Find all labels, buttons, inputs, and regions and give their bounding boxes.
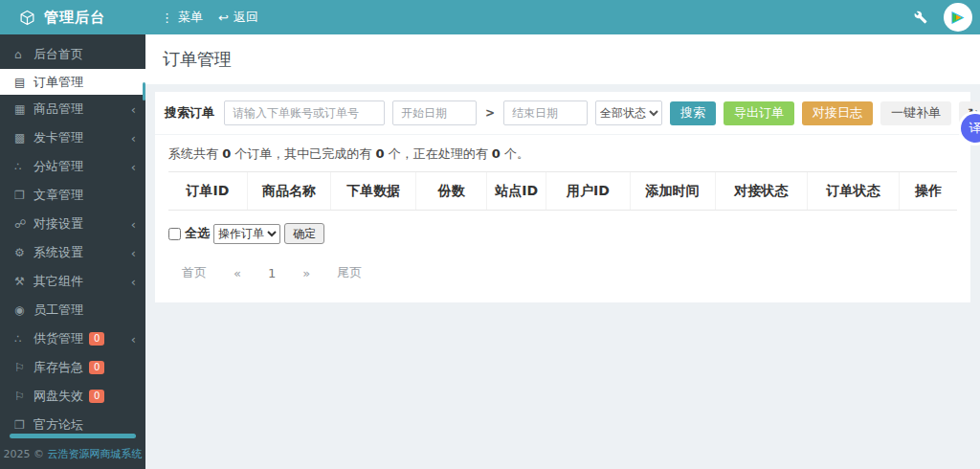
brand[interactable]: 管理后台 bbox=[0, 9, 145, 27]
col-order-id: 订单ID bbox=[168, 172, 247, 211]
chevron-left-icon: ‹ bbox=[131, 102, 136, 117]
page-header: 订单管理 bbox=[145, 34, 980, 84]
orders-table: 订单ID 商品名称 下单数据 份数 站点ID 用户ID 添加时间 对接状态 订单… bbox=[168, 171, 957, 211]
wrench-icon[interactable] bbox=[913, 10, 928, 25]
chevron-left-icon: ‹ bbox=[131, 131, 136, 145]
col-user-id: 用户ID bbox=[546, 172, 630, 211]
date-separator: > bbox=[484, 106, 496, 120]
chevron-left-icon: ‹ bbox=[131, 217, 136, 232]
sidebar-item-settings[interactable]: ⚙ 系统设置 ‹ bbox=[0, 238, 145, 267]
orders-summary: 系统共有 0 个订单，其中已完成的有 0 个，正在处理的有 0 个。 bbox=[168, 145, 957, 163]
col-site-id: 站点ID bbox=[487, 172, 546, 211]
sidebar-item-substations[interactable]: ∴ 分站管理 ‹ bbox=[0, 152, 145, 181]
list-icon: ▤ bbox=[14, 76, 33, 89]
col-order-status: 订单状态 bbox=[807, 172, 899, 211]
page-title: 订单管理 bbox=[163, 48, 232, 71]
book-icon: ❐ bbox=[14, 189, 33, 202]
sidebar-item-products[interactable]: ▦ 商品管理 ‹ bbox=[0, 95, 145, 123]
pagination-first[interactable]: 首页 bbox=[168, 264, 220, 281]
col-docking-status: 对接状态 bbox=[715, 172, 807, 211]
col-order-data: 下单数据 bbox=[331, 172, 416, 211]
completed-count: 0 bbox=[375, 146, 384, 161]
avatar[interactable]: ▶ ▶ ▶ bbox=[944, 3, 972, 32]
end-date-input[interactable] bbox=[503, 100, 588, 125]
main-content: 订单管理 搜索订单 > 全部状态 搜索 导出订单 对接日志 一键补单 ↻ 30 … bbox=[145, 34, 980, 469]
pagination: 首页 « 1 » 尾页 bbox=[168, 264, 957, 281]
chevron-left-icon: ‹ bbox=[131, 332, 136, 346]
gears-icon: ⚒ bbox=[14, 275, 33, 288]
bulk-actions-row: 全选 操作订单 确定 bbox=[168, 223, 957, 244]
search-toolbar: 搜索订单 > 全部状态 搜索 导出订单 对接日志 一键补单 ↻ 30 bbox=[155, 92, 970, 135]
back-arrow-icon: ↩ bbox=[218, 11, 229, 25]
chevron-left-icon: ‹ bbox=[131, 246, 136, 260]
sitemap-icon: ∴ bbox=[14, 160, 33, 173]
sidebar-item-supply[interactable]: ∴ 供货管理 0 ‹ bbox=[0, 324, 145, 353]
processing-count: 0 bbox=[492, 146, 501, 161]
forum-icon: ❐ bbox=[14, 418, 33, 432]
order-action-select[interactable]: 操作订单 bbox=[213, 224, 280, 244]
select-all-label: 全选 bbox=[185, 225, 210, 242]
sidebar-item-home[interactable]: ⌂ 后台首页 bbox=[0, 40, 145, 69]
cart-icon: ▦ bbox=[14, 102, 33, 116]
sitemap-icon: ∴ bbox=[14, 332, 33, 346]
user-icon: ◉ bbox=[14, 303, 33, 317]
sidebar-item-stock-alert[interactable]: ⚐ 库存告急 0 bbox=[0, 353, 145, 382]
bullhorn-icon: ⚐ bbox=[14, 361, 33, 374]
col-added-time: 添加时间 bbox=[630, 172, 715, 211]
sidebar-item-staff[interactable]: ◉ 员工管理 bbox=[0, 296, 145, 324]
table-header-row: 订单ID 商品名称 下单数据 份数 站点ID 用户ID 添加时间 对接状态 订单… bbox=[168, 172, 957, 211]
export-orders-button[interactable]: 导出订单 bbox=[724, 101, 794, 125]
chevron-left-icon: ‹ bbox=[131, 160, 136, 174]
sidebar-item-components[interactable]: ⚒ 其它组件 ‹ bbox=[0, 267, 145, 296]
sidebar-item-orders[interactable]: ▤ 订单管理 bbox=[0, 69, 145, 95]
col-product-name: 商品名称 bbox=[247, 172, 330, 211]
pagination-prev[interactable]: « bbox=[220, 266, 255, 280]
chevron-left-icon: ‹ bbox=[131, 275, 136, 289]
count-badge: 0 bbox=[89, 361, 104, 374]
count-badge: 0 bbox=[89, 390, 104, 403]
count-badge: 0 bbox=[89, 332, 104, 346]
gear-icon: ⚙ bbox=[14, 246, 33, 259]
docking-log-button[interactable]: 对接日志 bbox=[802, 101, 873, 125]
home-icon: ⌂ bbox=[14, 48, 33, 61]
back-button[interactable]: ↩ 返回 bbox=[218, 9, 258, 26]
search-input[interactable] bbox=[224, 100, 385, 125]
confirm-button[interactable]: 确定 bbox=[284, 223, 324, 244]
sidebar-divider bbox=[10, 434, 136, 438]
pagination-page-1[interactable]: 1 bbox=[255, 266, 289, 280]
start-date-input[interactable] bbox=[392, 100, 477, 125]
sidebar-item-docking[interactable]: ☍ 对接设置 ‹ bbox=[0, 210, 145, 238]
sidebar-item-disk-invalid[interactable]: ⚐ 网盘失效 0 bbox=[0, 382, 145, 411]
sidebar-footer: 2025 © 云浩资源网商城系统 bbox=[0, 447, 145, 461]
status-select[interactable]: 全部状态 bbox=[595, 100, 662, 125]
brand-title: 管理后台 bbox=[44, 9, 105, 27]
grid-icon: ▩ bbox=[14, 131, 33, 145]
topbar: 管理后台 ⋮ 菜单 ↩ 返回 ▶ ▶ ▶ bbox=[0, 0, 980, 34]
col-actions: 操作 bbox=[900, 172, 957, 211]
pagination-next[interactable]: » bbox=[289, 266, 323, 280]
replenish-button[interactable]: 一键补单 bbox=[880, 101, 951, 125]
search-button[interactable]: 搜索 bbox=[670, 101, 716, 125]
col-quantity: 份数 bbox=[416, 172, 487, 211]
menu-dots-icon: ⋮ bbox=[161, 11, 173, 25]
bullhorn-icon: ⚐ bbox=[14, 390, 33, 403]
sidebar: ⌂ 后台首页 ▤ 订单管理 ▦ 商品管理 ‹ ▩ 发卡管理 ‹ ∴ 分站管理 ‹… bbox=[0, 34, 145, 469]
translate-icon: 译 bbox=[969, 120, 980, 137]
select-all-checkbox[interactable] bbox=[168, 228, 181, 240]
orders-panel: 搜索订单 > 全部状态 搜索 导出订单 对接日志 一键补单 ↻ 30 系统共有 … bbox=[155, 92, 970, 302]
footer-link[interactable]: 云浩资源网商城系统 bbox=[48, 448, 143, 460]
sidebar-item-cards[interactable]: ▩ 发卡管理 ‹ bbox=[0, 123, 145, 152]
menu-button[interactable]: ⋮ 菜单 bbox=[161, 9, 203, 26]
sidebar-item-articles[interactable]: ❐ 文章管理 bbox=[0, 181, 145, 210]
nodes-icon: ☍ bbox=[14, 217, 33, 231]
pagination-last[interactable]: 尾页 bbox=[323, 264, 375, 281]
search-orders-label: 搜索订单 bbox=[165, 104, 214, 122]
total-count: 0 bbox=[222, 146, 231, 161]
cube-logo-icon bbox=[19, 10, 35, 26]
